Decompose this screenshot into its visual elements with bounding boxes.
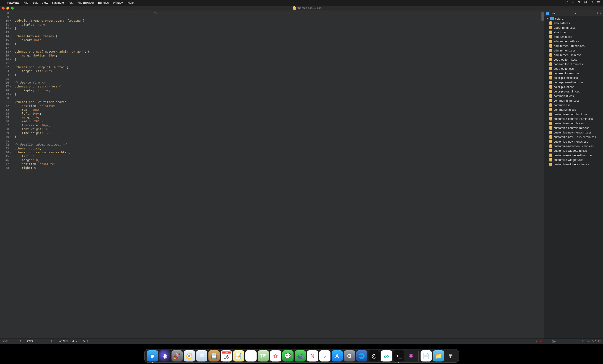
gutter-line[interactable]: 9	[0, 15, 11, 19]
fb-file[interactable]: admin-menu-rtl.min.css	[544, 44, 603, 48]
code-line[interactable]	[15, 46, 541, 50]
gutter-line[interactable]: 46	[0, 158, 11, 162]
gutter-line[interactable]: 37	[0, 123, 11, 127]
fb-scm-button[interactable]	[598, 339, 601, 343]
menu-file[interactable]: File	[23, 1, 28, 4]
fb-reload-button[interactable]	[581, 339, 585, 343]
code-line[interactable]: top: -2px;	[15, 108, 541, 112]
gutter-line[interactable]: 15	[0, 38, 11, 42]
fb-file[interactable]: code-editor.min.css	[544, 71, 603, 75]
gutter-line[interactable]: 41	[0, 139, 11, 143]
menu-help[interactable]: Help	[128, 1, 134, 4]
gutter-line[interactable]: 25	[0, 77, 11, 81]
macro-record-button[interactable]	[540, 340, 542, 342]
menu-bundles[interactable]: Bundles	[98, 1, 109, 4]
gutter-line[interactable]: 20▴	[0, 57, 11, 61]
fb-file[interactable]: customize-widgets-rtl.min.css	[544, 153, 603, 157]
dock-messages[interactable]: 💬	[282, 350, 293, 362]
fb-file[interactable]: customize-widgets.min.css	[544, 162, 603, 166]
fb-file[interactable]: customize-widgets-rtl.css	[544, 148, 603, 153]
dock-finder[interactable]: ☻	[147, 350, 158, 362]
cloud-icon[interactable]	[565, 0, 568, 5]
code-area[interactable]: ----------------------------------------…	[12, 11, 541, 338]
app-menu[interactable]: TextMate	[7, 1, 19, 4]
gutter-line[interactable]: 45	[0, 154, 11, 158]
dock-contacts[interactable]: 📇	[209, 350, 220, 362]
gutter-line[interactable]: 21	[0, 61, 11, 65]
fb-folder[interactable]: ▶colors	[544, 16, 603, 21]
code-line[interactable]	[15, 96, 541, 100]
dock-document[interactable]: 📄	[420, 350, 432, 362]
code-line[interactable]: display: inline;	[15, 88, 541, 92]
fb-favorite-button[interactable]	[592, 339, 596, 343]
dock-settings[interactable]: ⚙	[344, 350, 355, 362]
dock-notes[interactable]: 📝	[233, 350, 244, 362]
fb-file[interactable]: code-editor-rtl.min.css	[544, 62, 603, 66]
gutter-line[interactable]: 40▴	[0, 135, 11, 139]
gutter-line[interactable]: 30	[0, 96, 11, 100]
code-line[interactable]: display: none;	[15, 22, 541, 26]
gutter-line[interactable]: 47	[0, 162, 11, 166]
fb-file[interactable]: about.min.css	[544, 34, 603, 39]
dock-disk[interactable]: ◎	[369, 350, 380, 362]
menu-edit[interactable]: Edit	[32, 1, 37, 4]
status-line-input[interactable]	[9, 340, 22, 343]
code-line[interactable]: font-size: 16px;	[15, 123, 541, 127]
cursor-icon[interactable]	[578, 0, 581, 5]
gutter-line[interactable]: 27▾	[0, 85, 11, 88]
code-line[interactable]	[15, 139, 541, 143]
displays-icon[interactable]	[584, 0, 588, 5]
dock-safari[interactable]: 🧭	[184, 350, 195, 362]
fb-file[interactable]: color-picker.css	[544, 85, 603, 89]
code-line[interactable]: .theme-browser .themes {	[15, 34, 541, 38]
gutter-line[interactable]: 26	[0, 81, 11, 85]
code-line[interactable]: .themes-php .search-form {	[15, 85, 541, 88]
code-line[interactable]: .theme .notice.is-dismissible {	[15, 150, 541, 154]
fb-file[interactable]: code-editor.css	[544, 66, 603, 71]
code-line[interactable]: left: 0;	[15, 154, 541, 158]
fb-forward-button[interactable]	[599, 12, 602, 15]
control-center-icon[interactable]	[597, 0, 600, 5]
code-line[interactable]	[15, 61, 541, 65]
menu-text[interactable]: Text	[68, 1, 73, 4]
fb-file[interactable]: customize-widgets.css	[544, 157, 603, 162]
gutter-line[interactable]: 12▴	[0, 26, 11, 30]
fb-file[interactable]: admin-menu-rtl.css	[544, 39, 603, 44]
dock-terminal[interactable]: >_	[393, 350, 404, 362]
menu-window[interactable]: Window	[113, 1, 123, 4]
gutter-line[interactable]: 13	[0, 30, 11, 34]
fb-file[interactable]: code-editor-rtl.css	[544, 57, 603, 62]
fb-file[interactable]: common-rtl.css	[544, 94, 603, 98]
dock-mail[interactable]: ✉	[196, 350, 207, 362]
fb-file[interactable]: color-picker-rtl.css	[544, 75, 603, 80]
dock-facetime[interactable]: 📹	[295, 350, 306, 362]
status-gear-popup[interactable]: ▴▾	[83, 340, 88, 342]
fb-file[interactable]: about-rtl.css	[544, 21, 603, 25]
gutter-line[interactable]: 11	[0, 22, 11, 26]
fb-file[interactable]: customize-controls-rtl.min.css	[544, 116, 603, 121]
scrollbar-thumb[interactable]	[541, 12, 544, 21]
dock-calendar[interactable]: SEP16	[221, 350, 232, 362]
menu-navigate[interactable]: Navigate	[52, 1, 64, 4]
fb-add-button[interactable]	[546, 339, 549, 343]
gutter[interactable]: 8 9 10▾11 12▴13 14▾15 16▴17 18▾19 20▴21 …	[0, 11, 12, 338]
gutter-line[interactable]: 31▾	[0, 100, 11, 104]
editor-scrollbar[interactable]	[541, 11, 544, 338]
tool-icon[interactable]	[571, 0, 575, 5]
status-language-popup[interactable]: CSS ▴▾	[27, 340, 52, 343]
gutter-line[interactable]: 32	[0, 104, 11, 108]
fb-file[interactable]: customize-nav-menus.min.css	[544, 144, 603, 148]
gutter-line[interactable]: 29▴	[0, 92, 11, 96]
fb-back-button[interactable]	[596, 12, 599, 15]
dock-reminders[interactable]: ☑	[245, 350, 256, 362]
dock-music[interactable]: ♪	[319, 350, 330, 362]
dock-flower[interactable]: ✺	[406, 350, 417, 362]
gutter-line[interactable]: 18▾	[0, 50, 11, 54]
fb-file[interactable]: color-picker-rtl.min.css	[544, 80, 603, 85]
dock-siri[interactable]: ◉	[159, 350, 170, 362]
gutter-line[interactable]: 35	[0, 115, 11, 119]
code-line[interactable]: line-height: 1.5;	[15, 131, 541, 135]
code-line[interactable]: .themes-php .wp-filter-search {	[15, 100, 541, 104]
minimize-button[interactable]	[6, 7, 9, 10]
gutter-line[interactable]: 39	[0, 131, 11, 135]
